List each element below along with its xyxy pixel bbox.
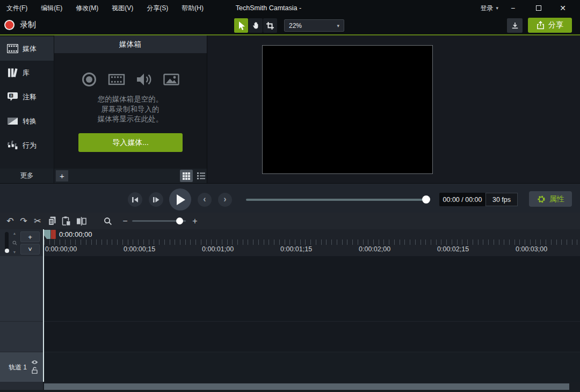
redo-icon: ↷ [20,216,27,226]
tiny-up-icon: ▲ [13,231,17,235]
playback-bar: ‹ › 00:00 / 00:00 30 fps 属性 [0,183,580,213]
image-icon [163,71,180,88]
chevron-left-icon: ‹ [203,195,206,205]
login-button[interactable]: 登录 ▾ [480,0,498,16]
zoom-out-button[interactable]: − [118,213,132,229]
track1-label: 轨道 1 [9,363,27,372]
zoom-in-button[interactable]: + [188,213,202,229]
properties-button[interactable]: 属性 [529,191,572,207]
playhead-selection-handle[interactable] [44,230,50,239]
ruler-ticks [44,239,580,245]
magnifier-icon [12,241,17,245]
track-options-button[interactable]: ˅ [20,244,40,255]
import-media-button[interactable]: 导入媒体... [78,133,183,152]
copy-icon [47,216,57,226]
timeline-ruler[interactable]: 0:00:00;00 0:00:00;15 0:00:01;00 0:00:01… [0,229,580,256]
menu-view[interactable]: 视图(V) [112,4,133,13]
add-track-button[interactable]: + [20,231,40,242]
crop-tool-button[interactable] [263,18,277,33]
grid-view-icon [183,172,190,180]
playhead-line[interactable] [43,229,44,382]
pan-tool-button[interactable] [249,18,263,33]
record-button[interactable]: 录制 [4,20,36,30]
media-bin-panel: 媒体箱 您的媒体箱是空的。 屏幕录制 [54,35,207,169]
track-height-slider-thumb[interactable] [5,249,9,253]
cut-button[interactable]: ✂ [31,213,45,229]
fps-display[interactable]: 30 fps [485,193,518,206]
list-view-button[interactable] [194,170,207,182]
track1-header[interactable]: 轨道 1 [0,352,43,382]
menu-items: 文件(F) 编辑(E) 修改(M) 视图(V) 分享(S) 帮助(H) [6,0,204,16]
canvas-zoom-select[interactable]: 22% ▾ [284,19,344,32]
timeline-header-controls: ▲ ▼ + ˅ [0,229,43,256]
maximize-button[interactable] [528,0,549,16]
scroll-row-corner [0,382,43,390]
cursor-tool-button[interactable] [234,18,248,33]
menu-file[interactable]: 文件(F) [6,4,27,13]
playback-slider-track[interactable] [246,199,430,201]
playback-slider-thumb[interactable] [422,195,430,204]
sidebar-item-library[interactable]: 库 [0,61,54,85]
track1-lane[interactable] [44,352,580,382]
menu-edit[interactable]: 编辑(E) [41,4,62,13]
timeline-zoom-button[interactable] [101,213,115,229]
sidebar-item-label: 库 [23,68,30,78]
copy-button[interactable] [45,213,59,229]
timeline-zoom-slider-thumb[interactable] [176,217,183,224]
grid-view-button[interactable] [180,170,193,182]
next-button[interactable]: › [218,193,232,207]
menu-help[interactable]: 帮助(H) [182,4,204,13]
gear-icon [537,195,546,204]
preview-canvas[interactable] [262,45,433,174]
sidebar-item-transitions[interactable]: 转换 [0,109,54,133]
main-toolbar: 录制 22% ▾ [0,16,580,34]
canvas-zoom-value: 22% [289,22,302,30]
share-button[interactable]: 分享 [528,18,572,33]
sidebar-item-annotations[interactable]: a 注释 [0,85,54,109]
step-backward-button[interactable] [128,192,142,207]
redo-button[interactable]: ↷ [17,213,31,229]
previous-button[interactable]: ‹ [198,193,212,207]
track-height-zoom-column: ▲ ▼ [11,231,18,254]
media-bin-title: 媒体箱 [54,35,207,53]
step-forward-icon [153,197,160,203]
sidebar-item-media[interactable]: 媒体 [0,37,54,61]
ruler-label: 0:00:01;00 [202,245,234,253]
hand-icon [251,21,260,30]
undo-button[interactable]: ↶ [3,213,17,229]
playhead-out-handle[interactable] [51,230,56,239]
paste-icon [61,216,71,226]
split-button[interactable] [74,213,88,229]
sidebar-item-behaviors[interactable]: 行为 [0,133,54,157]
timeline-horizontal-scrollbar[interactable] [44,383,569,390]
download-button[interactable] [507,18,523,33]
undo-icon: ↶ [6,216,13,226]
track-lock-icon[interactable] [32,367,38,374]
step-forward-button[interactable] [149,192,163,207]
timeline-scroll-row [0,382,580,392]
properties-label: 属性 [549,194,564,204]
record-icon [4,20,15,30]
close-button[interactable]: ✕ [552,0,574,16]
paste-button[interactable] [59,213,73,229]
minimize-icon: − [511,4,515,12]
tiny-down-icon: ▼ [13,250,17,254]
annotation-icon: a [6,91,18,103]
ruler-label: 0:00:03;00 [516,245,547,253]
tools-sidebar: 媒体 库 a 注释 [0,35,54,169]
transition-icon [6,115,18,127]
playhead-time-label: 0:00:00;00 [59,230,92,238]
track-separator [0,352,580,352]
menu-modify[interactable]: 修改(M) [76,4,98,13]
play-button[interactable] [169,188,191,210]
maximize-icon [536,5,541,11]
recording-icon [81,71,98,88]
menu-share[interactable]: 分享(S) [147,4,168,13]
minimize-button[interactable]: − [502,0,524,16]
add-tab-button[interactable]: + [56,170,68,182]
timeline-tracks: 轨道 1 [0,256,580,382]
login-label: 登录 [480,4,493,13]
cursor-icon [237,21,245,31]
track-visibility-eye-icon[interactable] [31,360,38,365]
more-tabs-button[interactable]: 更多 [0,169,54,183]
